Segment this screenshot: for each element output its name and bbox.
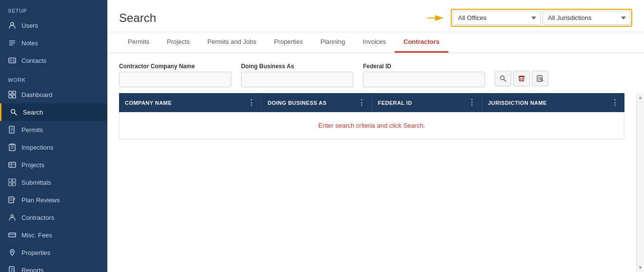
sidebar-item-reports-label: Reports — [21, 267, 44, 272]
sidebar-item-contacts[interactable]: Contacts — [0, 52, 107, 69]
sidebar-item-users-label: Users — [21, 22, 38, 29]
svg-line-43 — [504, 79, 506, 82]
contractors-icon — [8, 213, 17, 222]
tab-permits[interactable]: Permits — [119, 32, 158, 53]
tab-permits-jobs[interactable]: Permits and Jobs — [199, 32, 265, 53]
dba-group: Doing Business As — [241, 63, 353, 87]
sidebar-item-permits[interactable]: Permits — [0, 121, 107, 138]
company-name-label: Contractor Company Name — [119, 63, 231, 70]
sidebar-item-submittals[interactable]: Submittals — [0, 174, 107, 191]
sidebar-item-plan-reviews-label: Plan Reviews — [21, 196, 60, 204]
card-icon — [8, 56, 17, 65]
sidebar-item-contractors-label: Contractors — [21, 214, 54, 221]
offices-dropdown[interactable]: All Offices — [453, 11, 541, 25]
jurisdictions-dropdown[interactable]: All Jurisdictions — [543, 11, 630, 25]
svg-point-0 — [11, 22, 14, 25]
setup-section-label: SETUP — [0, 0, 107, 17]
col-dba-label: DOING BUSINESS AS — [268, 100, 327, 106]
col-header-federal[interactable]: FEDERAL ID ⋮ — [372, 93, 483, 112]
arrow-indicator — [427, 11, 447, 25]
search-button[interactable] — [495, 71, 511, 86]
col-jurisdiction-label: JURISDICTION NAME — [488, 100, 547, 106]
reports-icon — [8, 266, 17, 272]
sidebar-item-dashboard[interactable]: Dashboard — [0, 86, 107, 103]
col-header-jurisdiction[interactable]: JURISDICTION NAME ⋮ — [482, 93, 624, 112]
svg-rect-26 — [13, 179, 16, 182]
submittals-icon — [8, 178, 17, 187]
sidebar-item-notes[interactable]: Notes — [0, 34, 107, 52]
sidebar-item-properties[interactable]: Properties — [0, 244, 107, 261]
svg-point-5 — [10, 60, 12, 61]
grid-icon — [8, 90, 17, 99]
col-jurisdiction-menu[interactable]: ⋮ — [608, 98, 619, 107]
export-button[interactable] — [532, 71, 548, 86]
doc-icon — [8, 125, 17, 134]
form-row: Contractor Company Name Doing Business A… — [119, 63, 632, 87]
tab-projects[interactable]: Projects — [158, 32, 199, 53]
sidebar-item-reports[interactable]: Reports — [0, 261, 107, 272]
sidebar: SETUP Users Notes — [0, 0, 107, 272]
sidebar-item-search[interactable]: Search — [0, 103, 107, 121]
pin-icon — [8, 248, 17, 257]
svg-rect-25 — [9, 179, 12, 182]
federal-id-label: Federal ID — [363, 63, 485, 70]
empty-message: Enter search criteria and click Search. — [119, 112, 624, 139]
scroll-down-btn[interactable]: ▼ — [637, 264, 644, 271]
person-icon — [8, 21, 17, 30]
action-buttons — [495, 71, 548, 87]
svg-rect-9 — [13, 91, 16, 94]
header-right: All Offices All Jurisdictions — [427, 9, 632, 27]
sidebar-item-notes-label: Notes — [21, 39, 38, 47]
sidebar-item-permits-label: Permits — [21, 126, 43, 134]
svg-rect-29 — [9, 197, 14, 203]
federal-id-input[interactable] — [363, 72, 485, 87]
scroll-up-btn[interactable]: ▲ — [637, 94, 644, 101]
search-form: Contractor Company Name Doing Business A… — [107, 53, 644, 93]
dba-input[interactable] — [241, 72, 353, 87]
table-wrapper: COMPANY NAME ⋮ DOING BUSINESS AS ⋮ FEDER… — [107, 93, 644, 272]
sidebar-item-inspections[interactable]: Inspections — [0, 138, 107, 156]
sidebar-item-contractors[interactable]: Contractors — [0, 209, 107, 226]
tab-contractors[interactable]: Contractors — [395, 32, 448, 53]
svg-rect-10 — [9, 95, 12, 98]
delete-button[interactable] — [513, 71, 530, 86]
sidebar-item-projects-label: Projects — [21, 161, 44, 169]
tabs-bar: Permits Projects Permits and Jobs Proper… — [107, 32, 644, 53]
sidebar-item-inspections-label: Inspections — [21, 144, 54, 151]
col-header-company[interactable]: COMPANY NAME ⋮ — [119, 93, 262, 112]
svg-rect-8 — [9, 91, 12, 94]
sidebar-item-users[interactable]: Users — [0, 17, 107, 34]
svg-rect-36 — [9, 267, 14, 272]
delete-btn-icon — [518, 75, 525, 82]
svg-rect-33 — [9, 233, 16, 237]
table-body: Enter search criteria and click Search. — [119, 112, 624, 139]
svg-rect-11 — [13, 95, 16, 98]
tab-invoices[interactable]: Invoices — [354, 32, 395, 53]
sidebar-item-plan-reviews[interactable]: Plan Reviews — [0, 191, 107, 209]
sidebar-item-dashboard-label: Dashboard — [21, 91, 53, 98]
company-name-input[interactable] — [119, 72, 231, 87]
tab-properties[interactable]: Properties — [265, 32, 311, 53]
list-icon — [8, 39, 17, 47]
sidebar-item-submittals-label: Submittals — [21, 179, 51, 186]
sidebar-item-properties-label: Properties — [21, 249, 50, 256]
col-federal-menu[interactable]: ⋮ — [465, 98, 476, 107]
sidebar-item-misc-fees[interactable]: Misc. Fees — [0, 226, 107, 244]
scrollbar[interactable]: ▲ ▼ — [636, 93, 644, 272]
clipboard-icon — [8, 143, 17, 152]
col-dba-menu[interactable]: ⋮ — [355, 98, 365, 107]
company-name-group: Contractor Company Name — [119, 63, 231, 87]
data-table: COMPANY NAME ⋮ DOING BUSINESS AS ⋮ FEDER… — [119, 93, 624, 272]
svg-rect-28 — [13, 183, 16, 186]
col-header-dba[interactable]: DOING BUSINESS AS ⋮ — [262, 93, 372, 112]
col-federal-label: FEDERAL ID — [378, 100, 412, 106]
main-header: Search All Offices Al — [107, 0, 644, 32]
projects-icon — [8, 160, 17, 169]
tab-planning[interactable]: Planning — [312, 32, 354, 53]
sidebar-item-misc-fees-label: Misc. Fees — [21, 232, 52, 239]
search-btn-icon — [500, 75, 506, 82]
col-company-menu[interactable]: ⋮ — [244, 98, 255, 107]
sidebar-item-projects[interactable]: Projects — [0, 156, 107, 174]
svg-point-32 — [11, 215, 14, 217]
table-header: COMPANY NAME ⋮ DOING BUSINESS AS ⋮ FEDER… — [119, 93, 624, 112]
